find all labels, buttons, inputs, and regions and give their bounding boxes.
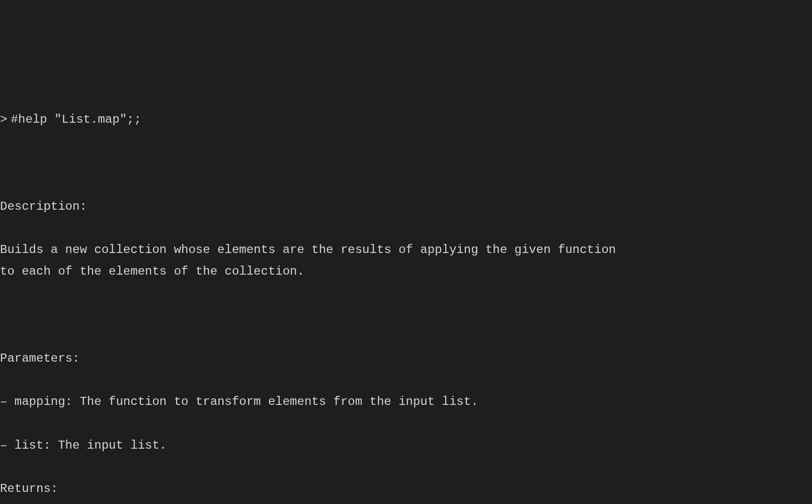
returns-heading: Returns: (0, 478, 812, 499)
prompt-symbol: > (0, 109, 7, 130)
terminal-output: >#help "List.map";; Description: Builds … (0, 87, 812, 504)
description-heading: Description: (0, 196, 812, 217)
description-text: Builds a new collection whose elements a… (0, 239, 812, 282)
parameter-item: – mapping: The function to transform ele… (0, 391, 812, 412)
command-prompt-line[interactable]: >#help "List.map";; (0, 109, 812, 130)
parameters-heading: Parameters: (0, 348, 812, 369)
command-text: #help "List.map";; (11, 109, 141, 130)
blank-line (0, 152, 812, 174)
blank-line (0, 304, 812, 326)
parameter-item: – list: The input list. (0, 435, 812, 456)
